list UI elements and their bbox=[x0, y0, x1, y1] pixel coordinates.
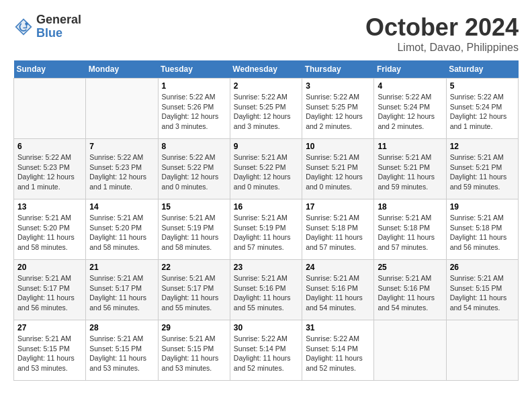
day-info: Sunrise: 5:21 AM Sunset: 5:17 PM Dayligh… bbox=[17, 273, 82, 313]
calendar-day-cell: 3Sunrise: 5:22 AM Sunset: 5:25 PM Daylig… bbox=[302, 79, 374, 139]
calendar-day-cell: 12Sunrise: 5:21 AM Sunset: 5:21 PM Dayli… bbox=[446, 139, 518, 199]
calendar-day-cell: 23Sunrise: 5:21 AM Sunset: 5:16 PM Dayli… bbox=[230, 260, 302, 320]
calendar-day-cell: 22Sunrise: 5:21 AM Sunset: 5:17 PM Dayli… bbox=[158, 260, 230, 320]
calendar-day-cell: 13Sunrise: 5:21 AM Sunset: 5:20 PM Dayli… bbox=[14, 199, 86, 260]
day-info: Sunrise: 5:21 AM Sunset: 5:15 PM Dayligh… bbox=[17, 334, 82, 373]
day-number: 4 bbox=[378, 81, 442, 91]
day-number: 12 bbox=[450, 142, 515, 151]
location-title: Limot, Davao, Philippines bbox=[365, 42, 519, 54]
calendar-body: 1Sunrise: 5:22 AM Sunset: 5:26 PM Daylig… bbox=[14, 79, 519, 381]
calendar-week-row: 13Sunrise: 5:21 AM Sunset: 5:20 PM Dayli… bbox=[14, 199, 519, 260]
day-number: 3 bbox=[306, 81, 370, 91]
day-number: 26 bbox=[450, 263, 515, 272]
calendar-day-cell: 15Sunrise: 5:21 AM Sunset: 5:19 PM Dayli… bbox=[158, 199, 230, 260]
day-info: Sunrise: 5:21 AM Sunset: 5:15 PM Dayligh… bbox=[162, 334, 226, 373]
day-number: 30 bbox=[234, 323, 298, 332]
day-number: 18 bbox=[378, 202, 442, 212]
day-info: Sunrise: 5:21 AM Sunset: 5:18 PM Dayligh… bbox=[450, 213, 515, 253]
day-number: 14 bbox=[89, 202, 154, 212]
day-info: Sunrise: 5:21 AM Sunset: 5:20 PM Dayligh… bbox=[17, 213, 82, 253]
day-info: Sunrise: 5:22 AM Sunset: 5:14 PM Dayligh… bbox=[306, 334, 370, 373]
day-info: Sunrise: 5:22 AM Sunset: 5:25 PM Dayligh… bbox=[234, 92, 298, 132]
day-number: 13 bbox=[17, 202, 82, 212]
logo-icon bbox=[13, 17, 34, 37]
svg-marker-0 bbox=[15, 17, 33, 36]
calendar-day-cell: 28Sunrise: 5:21 AM Sunset: 5:15 PM Dayli… bbox=[86, 320, 158, 381]
calendar-table: SundayMondayTuesdayWednesdayThursdayFrid… bbox=[13, 60, 519, 381]
day-number: 5 bbox=[450, 81, 515, 91]
day-info: Sunrise: 5:21 AM Sunset: 5:16 PM Dayligh… bbox=[234, 273, 298, 313]
calendar-day-cell: 24Sunrise: 5:21 AM Sunset: 5:16 PM Dayli… bbox=[302, 260, 374, 320]
day-info: Sunrise: 5:21 AM Sunset: 5:15 PM Dayligh… bbox=[89, 334, 154, 373]
calendar-day-cell: 14Sunrise: 5:21 AM Sunset: 5:20 PM Dayli… bbox=[86, 199, 158, 260]
day-number: 8 bbox=[162, 142, 226, 151]
day-info: Sunrise: 5:22 AM Sunset: 5:25 PM Dayligh… bbox=[306, 92, 370, 132]
day-info: Sunrise: 5:21 AM Sunset: 5:20 PM Dayligh… bbox=[89, 213, 154, 253]
calendar-day-cell: 6Sunrise: 5:22 AM Sunset: 5:23 PM Daylig… bbox=[14, 139, 86, 199]
calendar-day-cell: 26Sunrise: 5:21 AM Sunset: 5:15 PM Dayli… bbox=[446, 260, 518, 320]
day-number: 17 bbox=[306, 202, 370, 212]
weekday-header-cell: Thursday bbox=[302, 60, 374, 79]
day-info: Sunrise: 5:21 AM Sunset: 5:21 PM Dayligh… bbox=[378, 152, 442, 192]
calendar-day-cell bbox=[86, 79, 158, 139]
calendar-day-cell: 29Sunrise: 5:21 AM Sunset: 5:15 PM Dayli… bbox=[158, 320, 230, 381]
calendar-day-cell: 16Sunrise: 5:21 AM Sunset: 5:19 PM Dayli… bbox=[230, 199, 302, 260]
calendar-day-cell: 7Sunrise: 5:22 AM Sunset: 5:23 PM Daylig… bbox=[86, 139, 158, 199]
day-info: Sunrise: 5:21 AM Sunset: 5:21 PM Dayligh… bbox=[306, 152, 370, 192]
day-info: Sunrise: 5:22 AM Sunset: 5:22 PM Dayligh… bbox=[162, 152, 226, 192]
calendar-week-row: 27Sunrise: 5:21 AM Sunset: 5:15 PM Dayli… bbox=[14, 320, 519, 381]
calendar-day-cell: 8Sunrise: 5:22 AM Sunset: 5:22 PM Daylig… bbox=[158, 139, 230, 199]
day-info: Sunrise: 5:22 AM Sunset: 5:24 PM Dayligh… bbox=[450, 92, 515, 132]
day-info: Sunrise: 5:21 AM Sunset: 5:17 PM Dayligh… bbox=[162, 273, 226, 313]
day-info: Sunrise: 5:21 AM Sunset: 5:16 PM Dayligh… bbox=[306, 273, 370, 313]
day-number: 15 bbox=[162, 202, 226, 212]
day-number: 31 bbox=[306, 323, 370, 332]
day-info: Sunrise: 5:21 AM Sunset: 5:22 PM Dayligh… bbox=[234, 152, 298, 192]
calendar-day-cell: 31Sunrise: 5:22 AM Sunset: 5:14 PM Dayli… bbox=[302, 320, 374, 381]
day-info: Sunrise: 5:21 AM Sunset: 5:21 PM Dayligh… bbox=[450, 152, 515, 192]
weekday-header-cell: Tuesday bbox=[158, 60, 230, 79]
calendar-day-cell: 19Sunrise: 5:21 AM Sunset: 5:18 PM Dayli… bbox=[446, 199, 518, 260]
calendar-day-cell: 18Sunrise: 5:21 AM Sunset: 5:18 PM Dayli… bbox=[374, 199, 446, 260]
day-number: 28 bbox=[89, 323, 154, 332]
calendar-day-cell: 4Sunrise: 5:22 AM Sunset: 5:24 PM Daylig… bbox=[374, 79, 446, 139]
calendar-day-cell: 2Sunrise: 5:22 AM Sunset: 5:25 PM Daylig… bbox=[230, 79, 302, 139]
day-number: 29 bbox=[162, 323, 226, 332]
day-info: Sunrise: 5:21 AM Sunset: 5:18 PM Dayligh… bbox=[306, 213, 370, 253]
day-info: Sunrise: 5:21 AM Sunset: 5:19 PM Dayligh… bbox=[234, 213, 298, 253]
day-info: Sunrise: 5:22 AM Sunset: 5:23 PM Dayligh… bbox=[89, 152, 154, 192]
calendar-day-cell: 9Sunrise: 5:21 AM Sunset: 5:22 PM Daylig… bbox=[230, 139, 302, 199]
day-info: Sunrise: 5:21 AM Sunset: 5:17 PM Dayligh… bbox=[89, 273, 154, 313]
day-number: 2 bbox=[234, 81, 298, 91]
weekday-header-cell: Monday bbox=[86, 60, 158, 79]
header: General Blue October 2024 Limot, Davao, … bbox=[13, 13, 519, 54]
weekday-header-row: SundayMondayTuesdayWednesdayThursdayFrid… bbox=[14, 60, 519, 79]
calendar-day-cell: 21Sunrise: 5:21 AM Sunset: 5:17 PM Dayli… bbox=[86, 260, 158, 320]
day-number: 22 bbox=[162, 263, 226, 272]
day-info: Sunrise: 5:21 AM Sunset: 5:15 PM Dayligh… bbox=[450, 273, 515, 313]
logo-general-text: General bbox=[36, 13, 81, 27]
month-title: October 2024 bbox=[365, 13, 519, 42]
weekday-header-cell: Friday bbox=[374, 60, 446, 79]
calendar-day-cell bbox=[446, 320, 518, 381]
day-info: Sunrise: 5:22 AM Sunset: 5:14 PM Dayligh… bbox=[234, 334, 298, 373]
calendar-day-cell bbox=[14, 79, 86, 139]
calendar-day-cell: 27Sunrise: 5:21 AM Sunset: 5:15 PM Dayli… bbox=[14, 320, 86, 381]
calendar-day-cell: 17Sunrise: 5:21 AM Sunset: 5:18 PM Dayli… bbox=[302, 199, 374, 260]
day-number: 24 bbox=[306, 263, 370, 272]
day-number: 23 bbox=[234, 263, 298, 272]
day-number: 6 bbox=[17, 142, 82, 151]
day-number: 10 bbox=[306, 142, 370, 151]
calendar-day-cell: 30Sunrise: 5:22 AM Sunset: 5:14 PM Dayli… bbox=[230, 320, 302, 381]
day-number: 25 bbox=[378, 263, 442, 272]
weekday-header-cell: Saturday bbox=[446, 60, 518, 79]
calendar-week-row: 6Sunrise: 5:22 AM Sunset: 5:23 PM Daylig… bbox=[14, 139, 519, 199]
day-number: 19 bbox=[450, 202, 515, 212]
title-area: October 2024 Limot, Davao, Philippines bbox=[365, 13, 519, 54]
day-info: Sunrise: 5:21 AM Sunset: 5:19 PM Dayligh… bbox=[162, 213, 226, 253]
calendar-day-cell: 20Sunrise: 5:21 AM Sunset: 5:17 PM Dayli… bbox=[14, 260, 86, 320]
calendar-day-cell bbox=[374, 320, 446, 381]
calendar-day-cell: 5Sunrise: 5:22 AM Sunset: 5:24 PM Daylig… bbox=[446, 79, 518, 139]
calendar-day-cell: 10Sunrise: 5:21 AM Sunset: 5:21 PM Dayli… bbox=[302, 139, 374, 199]
day-info: Sunrise: 5:22 AM Sunset: 5:24 PM Dayligh… bbox=[378, 92, 442, 132]
